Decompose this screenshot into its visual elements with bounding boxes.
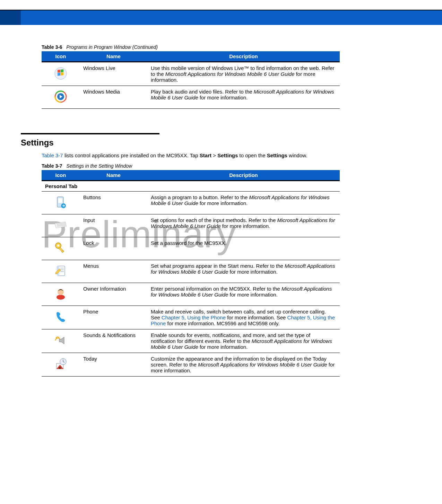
table-row: Input Set options for each of the input … [42,214,340,237]
cell-desc: Assign a program to a button. Refer to t… [147,192,340,214]
table-3-7-link[interactable]: Table 3-7 [42,152,63,158]
section-row: Personal Tab [42,181,340,192]
cell-desc: Enable sounds for events, notifications,… [147,329,340,353]
key-icon [42,237,80,260]
col-desc: Description [147,51,340,62]
keyboard-icon [42,214,80,237]
cell-desc: Use this mobile version of Windows Live™… [147,62,340,86]
table-row: Windows Media Play back audio and video … [42,86,340,109]
settings-heading: Settings [21,138,407,148]
table-3-6: Icon Name Description Windows Live Use t… [42,51,340,109]
col-name: Name [80,51,147,62]
cell-name: Menus [80,260,147,283]
svg-rect-10 [58,198,62,203]
col-name: Name [80,170,147,181]
phone-icon [42,306,80,329]
cell-name: Lock [80,237,147,260]
cell-name: Sounds & Notifications [80,329,147,353]
today-icon [42,353,80,377]
table-row: Phone Make and receive calls, switch bet… [42,306,340,329]
col-icon: Icon [42,170,80,181]
table-row: Sounds & Notifications Enable sounds for… [42,329,340,353]
cell-name: Phone [80,306,147,329]
cell-desc: Make and receive calls, switch between c… [147,306,340,329]
table-row: Windows Live Use this mobile version of … [42,62,340,86]
windows-flag-icon [42,62,80,86]
table-row: Today Customize the appearance and the i… [42,353,340,377]
table-row: Owner Information Enter personal informa… [42,283,340,306]
table-header-row: Icon Name Description [42,51,340,62]
table-row: Menus Set what programs appear in the St… [42,260,340,283]
cell-desc: Customize the appearance and the informa… [147,353,340,377]
table-header-row: Icon Name Description [42,170,340,181]
col-icon: Icon [42,51,80,62]
cell-name: Windows Live [80,62,147,86]
cell-desc: Set options for each of the input method… [147,214,340,237]
table-row: Lock Set a password for the MC95XX. [42,237,340,260]
cell-name: Owner Information [80,283,147,306]
svg-rect-2 [61,69,63,72]
svg-point-16 [57,245,59,247]
svg-rect-1 [58,70,60,73]
cell-desc: Play back audio and video files. Refer t… [147,86,340,109]
chapter-5-link[interactable]: Chapter 5, Using the Phone [162,315,226,320]
svg-rect-4 [61,72,63,76]
cell-name: Today [80,353,147,377]
sounds-icon [42,329,80,353]
col-desc: Description [147,170,340,181]
cell-desc: Set what programs appear in the Start me… [147,260,340,283]
table-3-7-caption: Table 3-7 Settings in the Setting Window [42,163,407,169]
svg-rect-27 [59,367,61,369]
table-row: Buttons Assign a program to a button. Re… [42,192,340,214]
personal-tab-header: Personal Tab [42,181,340,192]
owner-icon [42,283,80,306]
device-button-icon [42,192,80,214]
header-band [0,10,442,25]
section-divider [21,133,159,134]
svg-point-24 [57,295,65,300]
svg-rect-3 [58,73,60,76]
windows-media-icon [42,86,80,109]
cell-name: Input [80,214,147,237]
settings-intro: Table 3-7 lists control applications pre… [42,152,338,158]
cell-desc: Enter personal information on the MC95XX… [147,283,340,306]
cell-name: Buttons [80,192,147,214]
table-3-6-caption: Table 3-6 Programs in Program Window (Co… [42,44,407,50]
cell-name: Windows Media [80,86,147,109]
cell-desc: Set a password for the MC95XX. [147,237,340,260]
menus-icon [42,260,80,283]
table-3-7: Icon Name Description Personal Tab Butto… [42,170,340,377]
